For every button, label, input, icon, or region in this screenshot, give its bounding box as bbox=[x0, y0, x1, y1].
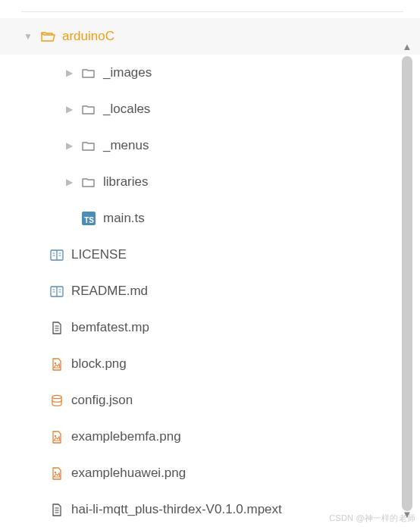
tree-file-block-png[interactable]: block.png bbox=[0, 346, 420, 382]
top-divider bbox=[21, 0, 403, 12]
tree-item-label: libraries bbox=[103, 174, 149, 190]
folder-icon bbox=[80, 175, 97, 190]
file-tree: ▼ arduinoC ▶ _images ▶ _locales ▶ _menus… bbox=[0, 18, 420, 526]
tree-folder-menus[interactable]: ▶ _menus bbox=[0, 127, 420, 164]
image-icon bbox=[49, 430, 65, 444]
chevron-right-icon: ▶ bbox=[62, 67, 76, 78]
chevron-right-icon: ▶ bbox=[62, 140, 76, 151]
chevron-right-icon: ▶ bbox=[62, 104, 76, 114]
tree-item-label: LICENSE bbox=[71, 247, 127, 262]
tree-folder-locales[interactable]: ▶ _locales bbox=[0, 91, 420, 127]
tree-item-label: bemfatest.mp bbox=[71, 320, 149, 335]
scrollbar-thumb[interactable] bbox=[402, 56, 412, 511]
scrollbar-track[interactable] bbox=[402, 56, 412, 505]
tree-file-examplebemfa[interactable]: examplebemfa.png bbox=[0, 419, 420, 455]
doc-icon bbox=[49, 321, 65, 335]
tree-item-label: config.json bbox=[71, 393, 133, 408]
tree-item-label: README.md bbox=[71, 284, 148, 299]
tree-folder-libraries[interactable]: ▶ libraries bbox=[0, 164, 420, 200]
tree-file-readme[interactable]: README.md bbox=[0, 273, 420, 309]
image-icon bbox=[49, 466, 65, 481]
book-icon bbox=[49, 248, 65, 262]
tree-folder-images[interactable]: ▶ _images bbox=[0, 55, 420, 91]
tree-file-examplehuawei[interactable]: examplehuawei.png bbox=[0, 455, 420, 491]
chevron-right-icon: ▶ bbox=[62, 177, 76, 187]
book-icon bbox=[49, 284, 65, 299]
tree-folder-root[interactable]: ▼ arduinoC bbox=[0, 18, 420, 55]
folder-icon bbox=[80, 66, 97, 80]
watermark-text: CSDN @神一样的老师 bbox=[329, 513, 415, 524]
image-icon bbox=[49, 357, 65, 372]
doc-icon bbox=[49, 503, 65, 517]
tree-item-label: main.ts bbox=[103, 211, 145, 226]
ts-file-icon: TS bbox=[80, 212, 97, 225]
scroll-up-arrow-icon[interactable]: ▲ bbox=[400, 41, 414, 52]
tree-item-label: examplehuawei.png bbox=[71, 466, 186, 481]
db-icon bbox=[49, 394, 65, 408]
tree-item-label: _locales bbox=[103, 102, 150, 117]
tree-item-label: block.png bbox=[71, 356, 127, 372]
chevron-down-icon: ▼ bbox=[21, 31, 35, 42]
tree-file-config-json[interactable]: config.json bbox=[0, 382, 420, 419]
tree-file-main-ts[interactable]: ▶ TS main.ts bbox=[0, 200, 420, 237]
tree-file-license[interactable]: LICENSE bbox=[0, 237, 420, 273]
tree-item-label: _images bbox=[103, 65, 152, 80]
tree-item-label: hai-li-mqtt_plus-thirdex-V0.1.0.mpext bbox=[71, 502, 282, 517]
tree-item-label: _menus bbox=[103, 138, 149, 153]
folder-icon bbox=[80, 102, 97, 117]
tree-item-label: examplebemfa.png bbox=[71, 429, 181, 444]
folder-icon bbox=[80, 139, 97, 153]
tree-item-label: arduinoC bbox=[62, 29, 114, 44]
folder-open-icon bbox=[39, 30, 56, 44]
tree-file-bemfatest[interactable]: bemfatest.mp bbox=[0, 309, 420, 346]
